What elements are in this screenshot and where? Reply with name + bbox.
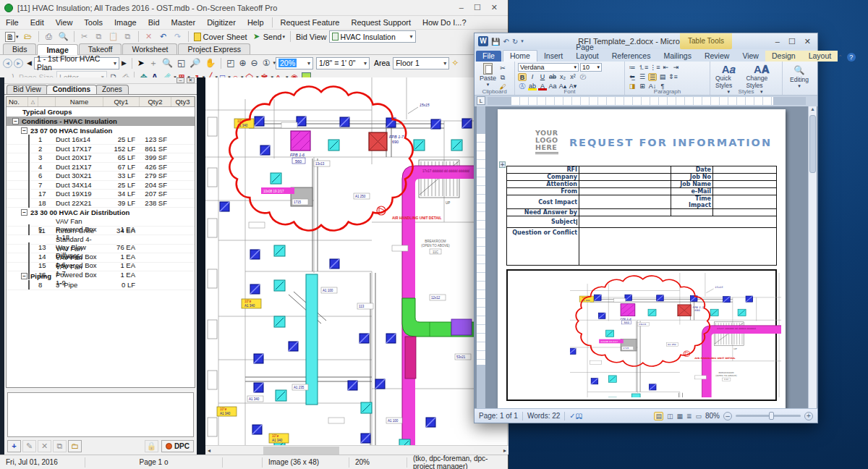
word-tab-page-layout[interactable]: Page Layout [569,42,605,62]
scroll-up-icon[interactable]: ▲ [809,106,817,111]
word-close-button[interactable]: ✕ [804,37,811,46]
panel-close-icon[interactable]: ✕ [187,77,195,83]
zoom-one-icon[interactable]: ① [260,58,273,68]
duct-cyan-vertical[interactable] [631,394,640,397]
drawing-hscrollbar[interactable]: ◂ ▸ [205,445,509,455]
ost-minimize-button[interactable]: – [459,3,464,12]
panel-splitter[interactable] [197,77,205,455]
condition-row[interactable]: 13Standard 4-Way Blow Diffuser76 EA [7,235,195,245]
scale-select[interactable]: 1/8" = 1' 0"▾ [316,57,370,69]
italic-button[interactable]: I [528,73,537,81]
word-vscroll-thumb[interactable] [809,115,816,173]
open-icon[interactable]: 🗁 [21,30,35,43]
magic-wand-icon[interactable]: ✧ [449,58,461,68]
delete-icon[interactable]: ✕ [142,30,156,43]
strikethrough-button[interactable]: ab [548,73,557,81]
pan-cross-icon[interactable]: ＋ [147,57,160,69]
superscript-button[interactable]: x² [569,73,577,81]
condition-row[interactable]: 1Duct 16x1425 LF123 SF [7,135,195,145]
menu-how-do-i----[interactable]: How Do I...? [417,17,472,28]
zoom-question-icon[interactable]: 🔎 [187,58,203,68]
menu-view[interactable]: View [50,17,79,28]
cut-icon[interactable]: ✂ [498,64,507,72]
phonetic-icon[interactable]: ㋐ [579,73,587,81]
zoom-level-select[interactable]: 20%▾ [276,57,313,69]
fpb-1-6-magenta-square[interactable]: FPB 1-6560 [290,131,310,164]
undo-icon[interactable]: ↶ [503,38,509,46]
zoom-plus-icon[interactable]: ⊕ [237,58,249,68]
notes-box[interactable] [7,392,194,437]
cut-icon[interactable]: ✂ [77,30,92,43]
cover-sheet-button[interactable]: Cover Sheet [192,30,250,43]
status-word-count[interactable]: Words: 22 [527,412,560,420]
ost-close-button[interactable]: ✕ [491,3,498,12]
new-icon[interactable]: 🗎▾ [3,30,21,43]
tab-image[interactable]: Image [37,44,77,55]
fit-page-icon[interactable]: ◰ [224,58,237,68]
menu-image[interactable]: Image [109,17,142,28]
tab-project-express[interactable]: Project Express [178,43,250,54]
print-icon[interactable]: ⎙ [42,30,56,43]
redo-icon[interactable]: ↻ [512,38,518,46]
font-name-select[interactable]: Verdana▾ [518,63,579,72]
lock-button[interactable]: 🔒 [145,440,158,452]
align-center-icon[interactable]: ☰ [638,73,647,81]
menu-digitizer[interactable]: Digitizer [201,17,242,28]
condition-row[interactable]: 3Duct 20X1765 LF399 SF [7,153,195,163]
menu-request-feature[interactable]: Request Feature [275,17,346,28]
copy-icon[interactable]: ⧉ [92,30,106,43]
rfi-table[interactable]: RFIDateCompanyJob NoAttentionJob NameFro… [506,166,777,266]
align-left-icon[interactable]: ⬅̲ [628,73,637,81]
paste-button[interactable]: Paste▾ [477,63,498,88]
zoom-minus-icon[interactable]: ⊖ [249,58,260,68]
new-folder-button[interactable]: 🗀 [68,440,82,452]
embedded-image-cell[interactable]: 10x08 19 2/1717x17 dddddd dd ddddd ddddd… [506,269,777,401]
delete-condition-button[interactable]: ✕ [38,440,51,452]
zoom-in-icon[interactable]: + [804,412,813,421]
page-select[interactable]: 1 - 1st Floor HVAC Plan▾ [34,57,119,69]
paste-special-icon[interactable]: ⧉ [121,30,135,43]
word-maximize-button[interactable]: ☐ [788,37,796,46]
rfi-table-row[interactable]: RFIDate [507,166,777,174]
fpb-1-6-magenta-square[interactable]: FPB 1-6560 [620,304,634,324]
scroll-right-icon[interactable]: ▸ [501,447,509,454]
word-tab-design[interactable]: Design [765,51,802,62]
panel-tab-conditions[interactable]: Conditions [46,85,97,94]
fpb-1-7-red-square[interactable]: FPB 1-7690 [678,305,704,316]
group-row[interactable]: −23 07 00 HVAC Insulation [7,126,195,135]
word-tab-view[interactable]: View [736,51,765,62]
duct-crimson[interactable] [405,337,416,379]
hscroll-thumb[interactable] [263,447,339,455]
word-app-icon[interactable]: W [478,36,488,46]
help-icon[interactable]: ? [847,53,856,62]
redo-icon[interactable]: ↷ [171,30,185,43]
rfi-question-row[interactable]: Question or Conflict [507,228,777,266]
status-page-count[interactable]: Page: 1 of 1 [479,412,518,420]
rfi-subject-row[interactable]: Subject [507,216,777,228]
print-preview-icon[interactable]: 🔍 [56,30,71,43]
scroll-left-icon[interactable]: ◂ [205,447,213,454]
ost-maximize-button[interactable]: ☐ [474,3,481,12]
menu-bid[interactable]: Bid [142,17,166,28]
group-row[interactable]: −Conditions - HVAC Insulation [7,117,195,126]
copy-icon[interactable]: ⧉ [498,74,507,82]
condition-row[interactable]: 18Duct 22X2139 LF238 SF [7,199,195,208]
group-row[interactable]: −23 30 00 HVAC Air Distribution [7,208,195,217]
ribbon-collapse-icon[interactable]: ⌃ [838,54,843,61]
status-zoom-level[interactable]: 80% [705,412,720,420]
condition-row[interactable]: 7Duct 34X1425 LF204 SF [7,181,195,190]
rfi-table-row[interactable]: CompanyJob No [507,174,777,181]
condition-row[interactable]: 6Duct 30X2133 LF279 SF [7,172,195,181]
table-move-handle[interactable]: + [499,161,506,168]
word-tab-mailings[interactable]: Mailings [657,51,698,62]
menu-help[interactable]: Help [242,17,270,28]
condition-row[interactable]: 11Return Grille34 EA [7,227,195,236]
condition-row[interactable]: 17Duct 19X1934 LF207 SF [7,190,195,199]
menu-request-support[interactable]: Request Support [345,17,417,28]
editing-button[interactable]: 🔍 Editing▾ [786,64,813,90]
panel-tab-bid-view[interactable]: Bid View [7,85,48,94]
pan-hand-icon[interactable]: ✋ [203,58,218,68]
tab-takeoff[interactable]: Takeoff [79,43,122,54]
tab-selector[interactable]: L [477,96,485,105]
panel-tab-zones[interactable]: Zones [95,85,129,94]
